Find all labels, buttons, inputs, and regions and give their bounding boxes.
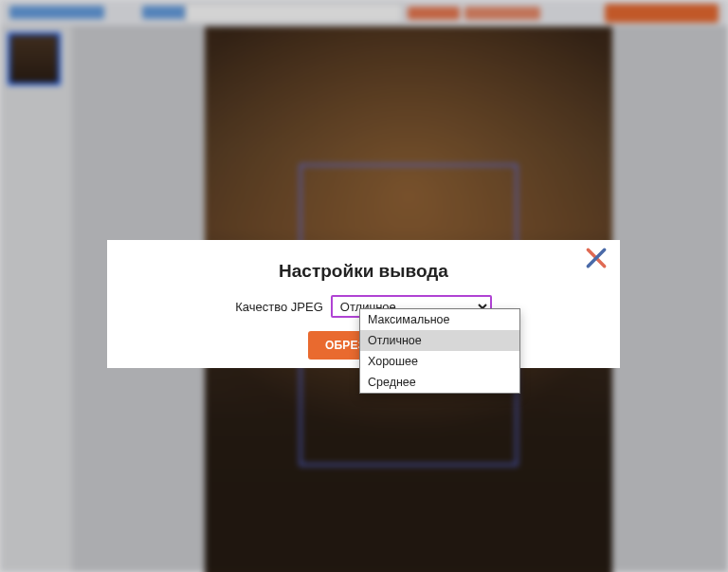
close-icon: [584, 246, 609, 270]
quality-option-medium[interactable]: Среднее: [360, 372, 519, 393]
modal-title: Настройки вывода: [107, 240, 620, 295]
quality-label: Качество JPEG: [235, 300, 323, 314]
quality-option-max[interactable]: Максимальное: [360, 309, 519, 330]
close-button[interactable]: [584, 246, 609, 270]
quality-option-good[interactable]: Хорошее: [360, 351, 519, 372]
quality-dropdown-list[interactable]: Максимальное Отличное Хорошее Среднее: [359, 308, 520, 394]
quality-option-excellent[interactable]: Отличное: [360, 330, 519, 351]
